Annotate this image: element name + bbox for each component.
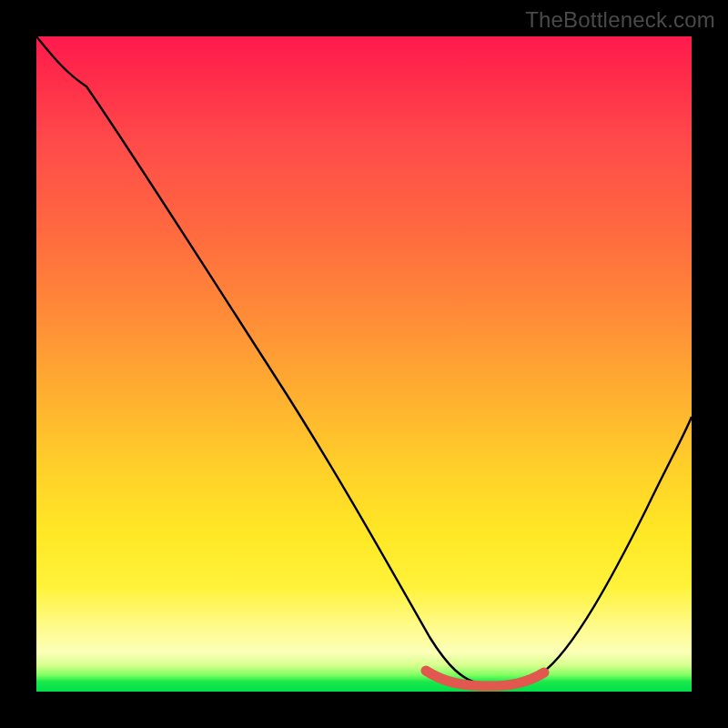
black-curve: [36, 36, 692, 685]
plot-area: [36, 36, 692, 692]
red-flat-segment: [426, 671, 544, 686]
chart-frame: TheBottleneck.com: [0, 0, 728, 728]
bottleneck-curve-svg: [36, 36, 692, 692]
watermark-text: TheBottleneck.com: [525, 7, 715, 33]
